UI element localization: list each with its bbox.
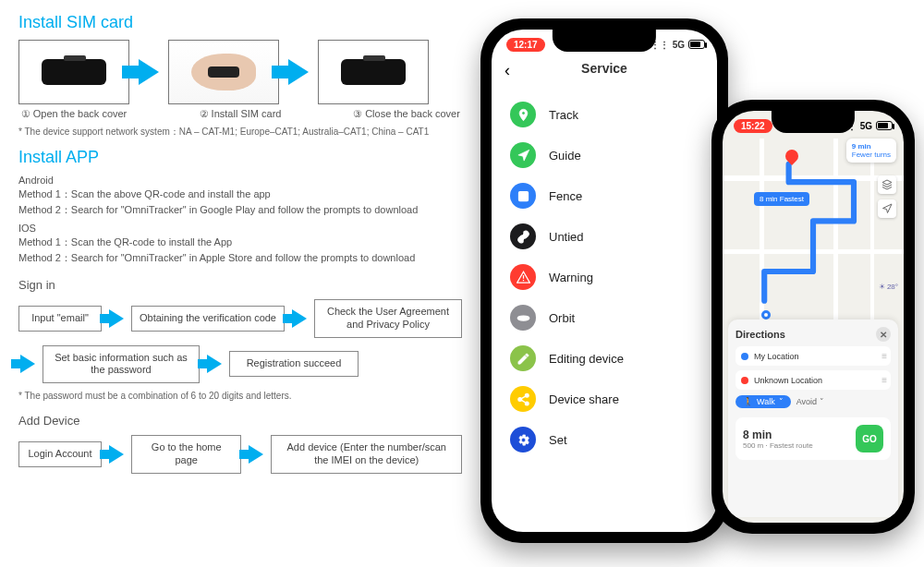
signin-flow-1: Input "email" Obtaining the verification…: [18, 299, 462, 338]
avoid-dropdown[interactable]: Avoid ˅: [796, 397, 824, 406]
orbit-icon: [510, 305, 536, 331]
origin-dot-icon: [741, 353, 748, 360]
service-item-label: Track: [549, 108, 578, 122]
svg-point-5: [525, 402, 529, 405]
arrow-right-icon: [249, 445, 263, 464]
signin-step-password: Set basic information such as the passwo…: [43, 345, 200, 384]
service-item-track[interactable]: Track: [510, 94, 699, 135]
to-field[interactable]: Unknown Location ≡: [736, 370, 891, 390]
svg-point-4: [517, 397, 521, 401]
add-step-login: Login Account: [18, 441, 102, 467]
from-field[interactable]: My Location ≡: [736, 346, 891, 366]
from-label: My Location: [754, 352, 799, 361]
signin-step-code: Obtaining the verification code: [131, 306, 285, 332]
service-item-label: Fence: [549, 189, 582, 203]
service-item-warning[interactable]: Warning: [510, 257, 699, 297]
ios-method-2: Method 2：Search for "OmniTracker" in App…: [18, 251, 462, 265]
directions-panel: Directions ✕ My Location ≡ Unknown Locat…: [728, 320, 898, 517]
signin-step-succeed: Registration succeed: [229, 351, 359, 377]
gear-icon: [510, 427, 536, 452]
sim-steps-row: [18, 40, 462, 104]
signin-heading: Sign in: [18, 278, 462, 292]
service-item-label: Untied: [549, 230, 584, 244]
sim-step-1-caption: ① Open the back cover: [18, 108, 129, 120]
svg-point-3: [525, 393, 529, 397]
service-item-label: Device share: [549, 392, 619, 406]
app-heading: Install APP: [18, 148, 462, 167]
sim-step-2-caption: ② Install SIM card: [185, 108, 296, 120]
service-item-label: Warning: [549, 271, 593, 284]
mode-walk-pill[interactable]: 🚶 Walk ˅: [736, 395, 791, 408]
to-label: Unknown Location: [754, 376, 822, 385]
arrow-right-icon: [109, 309, 124, 328]
service-item-label: Set: [549, 433, 567, 447]
link-icon: [510, 223, 536, 249]
page-title: Service: [492, 61, 717, 76]
end-pin-icon: [761, 310, 771, 320]
add-step-device: Add device (Enter the number/scan the IM…: [271, 435, 462, 474]
arrow-right-icon: [20, 355, 35, 373]
service-item-set[interactable]: Set: [510, 419, 699, 460]
service-item-orbit[interactable]: Orbit: [510, 297, 699, 338]
destination-dot-icon: [741, 377, 748, 384]
network-label: 5G: [673, 40, 685, 50]
sim-step-2-image: [168, 40, 279, 104]
add-step-home: Go to the home page: [131, 435, 241, 474]
service-list: TrackGuideFenceUntiedWarningOrbitEditing…: [492, 94, 717, 532]
arrow-right-icon: [139, 59, 159, 85]
battery-icon: [876, 121, 893, 130]
phone-mockup-map: 15:22 ⋮⋮ 5G 9 min Fewer turns: [711, 100, 915, 534]
signin-step-email: Input "email": [18, 306, 102, 332]
arrow-right-icon: [288, 59, 309, 85]
route-label[interactable]: 8 min Fastest: [754, 192, 809, 206]
android-method-1: Method 1：Scan the above QR-code and inst…: [18, 187, 462, 201]
signin-footnote: * The password must be a combination of …: [18, 391, 462, 401]
sim-step-3-image: [318, 40, 429, 104]
service-item-label: Guide: [549, 149, 581, 163]
route-overlay: 8 min Fastest: [732, 148, 894, 314]
service-item-untied[interactable]: Untied: [510, 216, 699, 257]
route-summary-card[interactable]: 8 min 500 m · Fastest route GO: [736, 417, 891, 460]
service-item-device-share[interactable]: Device share: [510, 379, 699, 419]
service-item-editing-device[interactable]: Editing device: [510, 338, 699, 379]
phone-notch: [553, 30, 656, 52]
edit-icon: [510, 345, 536, 371]
service-item-label: Editing device: [549, 352, 624, 366]
service-item-label: Orbit: [549, 311, 575, 325]
share-icon: [510, 386, 536, 412]
add-device-flow: Login Account Go to the home page Add de…: [18, 435, 462, 474]
network-label: 5G: [860, 121, 872, 131]
ios-subhead: IOS: [18, 223, 462, 234]
instruction-document: Install SIM card ① Open the back cover ②…: [18, 7, 462, 481]
arrow-right-icon: [292, 309, 307, 328]
signin-flow-2: Set basic information such as the passwo…: [18, 345, 462, 384]
status-time: 12:17: [506, 38, 545, 52]
ios-method-1: Method 1：Scan the QR-code to install the…: [18, 235, 462, 249]
warn-icon: [510, 264, 536, 290]
sim-footnote: * The device support network system：NA –…: [18, 126, 462, 139]
service-item-fence[interactable]: Fence: [510, 175, 699, 216]
go-button[interactable]: GO: [856, 425, 883, 452]
sim-heading: Install SIM card: [18, 13, 462, 32]
add-device-heading: Add Device: [18, 414, 462, 428]
fence-icon: [510, 183, 536, 209]
sim-step-3-caption: ③ Close the back cover: [351, 108, 462, 120]
close-icon[interactable]: ✕: [876, 327, 891, 342]
arrow-right-icon: [109, 445, 124, 464]
nav-icon: [510, 142, 536, 168]
weather-badge: ☀ 28°: [879, 283, 898, 291]
drag-handle-icon[interactable]: ≡: [881, 375, 885, 385]
loc-icon: [510, 102, 536, 127]
eta-main: 8 min: [743, 428, 813, 441]
arrow-right-icon: [207, 355, 222, 373]
drag-handle-icon[interactable]: ≡: [881, 351, 885, 361]
android-method-2: Method 2：Search for "OmniTracker" in Goo…: [18, 203, 462, 217]
status-time: 15:22: [734, 119, 772, 133]
eta-sub: 500 m · Fastest route: [743, 441, 813, 450]
phone-mockup-service: 12:17 ⋮⋮ 5G 78 ‹ Service TrackGuideFence…: [480, 18, 728, 543]
service-item-guide[interactable]: Guide: [510, 135, 699, 175]
directions-title: Directions: [736, 329, 785, 340]
android-subhead: Android: [18, 175, 462, 186]
battery-icon: [688, 40, 705, 49]
signin-step-agreement: Check the User Agreement and Privacy Pol…: [314, 299, 462, 338]
